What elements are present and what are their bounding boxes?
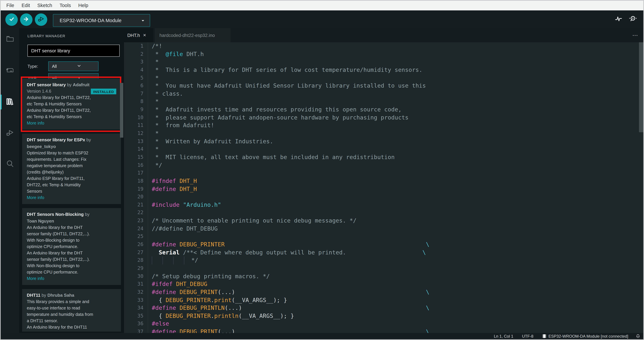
arrow-right-icon bbox=[22, 15, 30, 24]
library-description-line: sensor family (DHT11, DHT22,...). bbox=[27, 231, 116, 237]
library-description-line: easy-to-use interface to read bbox=[27, 305, 116, 311]
line-number: 15 bbox=[124, 153, 148, 161]
library-card[interactable]: DHT sensor library by AdafruitVersion 1.… bbox=[22, 79, 121, 129]
line-number: 27 bbox=[124, 249, 148, 256]
code-line: 32#define DEBUG_PRINT(...) \ bbox=[124, 288, 643, 296]
menu-edit[interactable]: Edit bbox=[18, 1, 34, 11]
line-number: 8 bbox=[124, 98, 148, 106]
library-description-line: An Arduino library for the DHT11 bbox=[27, 324, 116, 330]
filter-select-type[interactable]: All bbox=[48, 61, 98, 71]
panel-scrollbar[interactable] bbox=[120, 83, 123, 138]
menu-tools[interactable]: Tools bbox=[56, 1, 74, 11]
code-line: 12 * bbox=[124, 129, 643, 137]
library-description-line: temperature and humidity data from bbox=[27, 311, 116, 318]
library-title: DHT11 by Dhruba Saha bbox=[27, 292, 116, 299]
code-line: 7 * class. bbox=[124, 90, 643, 98]
code-line: 30/* Setup debug printing macros. */ bbox=[124, 272, 643, 280]
line-number: 2 bbox=[124, 50, 148, 58]
line-number: 6 bbox=[124, 82, 148, 90]
menu-file[interactable]: File bbox=[3, 1, 18, 11]
code-line: 36#else bbox=[124, 320, 643, 328]
verify-button[interactable] bbox=[5, 14, 18, 26]
line-number: 34 bbox=[124, 304, 148, 312]
board-status[interactable]: ESP32-WROOM-DA Module [not connected] bbox=[542, 334, 628, 339]
code-text: * bbox=[148, 145, 643, 153]
library-description-line: optimize CPU performance. bbox=[27, 244, 116, 250]
library-title: beegee_tokyo bbox=[27, 143, 116, 150]
cursor-position[interactable]: Ln 1, Col 1 bbox=[494, 334, 513, 338]
library-manager-panel: LIBRARY MANAGER Type:AllTopic:All DHT se… bbox=[19, 28, 124, 333]
code-line: 18#ifndef DHT_H bbox=[124, 177, 643, 185]
sidebar-item-sketchbook[interactable] bbox=[1, 32, 19, 48]
code-text: * from Adafruit! bbox=[148, 122, 643, 129]
library-description-line: With Non-Blocking design to bbox=[27, 263, 116, 269]
line-number: 4 bbox=[124, 66, 148, 74]
library-title: DHT sensor library for ESPx by bbox=[27, 137, 116, 143]
tab-dht-h[interactable]: DHT.h✕ bbox=[124, 28, 153, 42]
line-number: 36 bbox=[124, 320, 148, 328]
library-description-line: DHT22, etc Temp & Humidity bbox=[27, 182, 116, 188]
sidebar-item-search[interactable] bbox=[1, 156, 19, 173]
serial-monitor-button[interactable] bbox=[628, 15, 637, 24]
code-text: #define DEBUG_PRINT(...) \ bbox=[148, 288, 643, 296]
library-card[interactable]: DHT11 by Dhruba SahaThis library provide… bbox=[22, 289, 121, 331]
code-area[interactable]: 1/*!2 * @file DHT.h3 *4 * This is a libr… bbox=[124, 42, 643, 333]
line-number: 12 bbox=[124, 129, 148, 137]
upload-button[interactable] bbox=[20, 14, 32, 26]
installed-badge: INSTALLED bbox=[91, 89, 116, 94]
sidebar-item-library-manager[interactable] bbox=[1, 94, 19, 110]
notifications-button[interactable] bbox=[636, 334, 640, 339]
sidebar-item-boards-manager[interactable] bbox=[1, 63, 19, 79]
library-card[interactable]: DHT sensor library for ESPx bybeegee_tok… bbox=[22, 134, 121, 204]
code-text: #define DHT_H bbox=[148, 185, 643, 193]
encoding[interactable]: UTF-8 bbox=[522, 334, 534, 338]
line-number: 17 bbox=[124, 169, 148, 177]
panel-title: LIBRARY MANAGER bbox=[28, 34, 65, 38]
code-text bbox=[148, 209, 643, 217]
line-number: 37 bbox=[124, 328, 148, 333]
library-description-line: (credits @helijunky) bbox=[27, 169, 116, 176]
line-number: 35 bbox=[124, 312, 148, 320]
line-number: 16 bbox=[124, 161, 148, 169]
board-selector[interactable]: ESP32-WROOM-DA Module bbox=[53, 14, 150, 27]
debug-button[interactable] bbox=[35, 14, 47, 26]
more-info-link[interactable]: More info bbox=[27, 120, 116, 126]
tab-overflow-menu[interactable]: ⋯ bbox=[632, 28, 639, 42]
monitor-icon bbox=[628, 18, 637, 24]
code-text: /* Setup debug printing macros. */ bbox=[148, 272, 643, 280]
more-info-link[interactable]: More info bbox=[27, 276, 116, 282]
close-icon[interactable]: ✕ bbox=[143, 33, 146, 38]
library-card[interactable]: DHT Sensors Non-Blocking byToan NguyenAn… bbox=[22, 208, 121, 285]
menu-help[interactable]: Help bbox=[74, 1, 92, 11]
library-list: DHT sensor library by AdafruitVersion 1.… bbox=[22, 79, 121, 333]
line-number: 22 bbox=[124, 209, 148, 217]
code-text: * You must have Adafruit Unified Sensor … bbox=[148, 82, 643, 90]
code-text: * bbox=[148, 98, 643, 106]
line-number: 20 bbox=[124, 193, 148, 201]
bell-icon bbox=[636, 334, 640, 339]
library-description-line: temperature and humidity sensor bbox=[27, 330, 116, 331]
code-line: 20 bbox=[124, 193, 643, 201]
line-number: 29 bbox=[124, 264, 148, 272]
books-icon bbox=[5, 97, 14, 107]
line-number: 33 bbox=[124, 296, 148, 304]
code-line: 9 * Adafruit invests time and resources … bbox=[124, 106, 643, 114]
menu-bar: FileEditSketchToolsHelp bbox=[1, 1, 643, 11]
code-text: * @file DHT.h bbox=[148, 50, 643, 58]
library-description-line: An Arduino library for the DHT bbox=[27, 225, 116, 231]
more-info-link[interactable]: More info bbox=[27, 195, 116, 201]
tab-bar: DHT.h✕hardcoded-dht22-esp32.ino⋯ bbox=[124, 28, 643, 42]
menu-sketch[interactable]: Sketch bbox=[34, 1, 56, 11]
editor-scrollbar[interactable] bbox=[639, 42, 643, 132]
code-line: 37#define DEBUG_PRINT(...) \ bbox=[124, 328, 643, 333]
tab-hardcoded-dht22-esp32-ino[interactable]: hardcoded-dht22-esp32.ino bbox=[155, 28, 230, 42]
library-search-input[interactable] bbox=[28, 45, 120, 57]
code-text: #else bbox=[148, 320, 643, 328]
code-text: * MIT license, all text above must be in… bbox=[148, 153, 643, 161]
code-text: #define DEBUG_PRINTER \ bbox=[148, 241, 643, 249]
sidebar-item-debug[interactable] bbox=[1, 125, 19, 141]
board-selector-label: ESP32-WROOM-DA Module bbox=[60, 18, 141, 23]
serial-plotter-button[interactable] bbox=[614, 15, 622, 24]
library-description-line: etc Temp & Humidity Sensors bbox=[27, 101, 116, 107]
code-line: 31#ifdef DHT_DEBUG bbox=[124, 280, 643, 288]
